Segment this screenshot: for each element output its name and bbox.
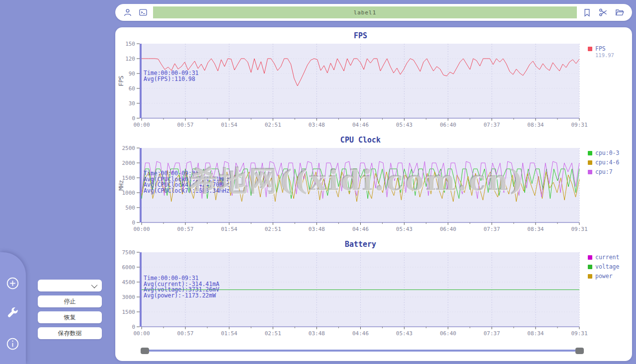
svg-text:00:00: 00:00 (133, 226, 150, 232)
wrench-icon[interactable] (5, 306, 19, 320)
svg-text:09:31: 09:31 (571, 226, 587, 232)
svg-text:07:37: 07:37 (483, 330, 500, 337)
slider-handle-left[interactable] (141, 348, 149, 354)
svg-text:05:43: 05:43 (396, 330, 412, 337)
svg-text:06:40: 06:40 (440, 122, 456, 128)
svg-text:08:34: 08:34 (527, 226, 544, 232)
svg-text:03:48: 03:48 (309, 122, 325, 128)
svg-text:02:51: 02:51 (265, 122, 281, 128)
cpu-clock-chart[interactable]: 0500100015002000250000:0000:5701:5402:51… (115, 134, 632, 238)
svg-text:2000: 2000 (122, 160, 136, 166)
info-circle-icon[interactable] (5, 337, 19, 351)
svg-text:05:43: 05:43 (396, 122, 412, 128)
svg-text:cpu:0-3: cpu:0-3 (595, 149, 620, 156)
svg-text:4500: 4500 (122, 279, 136, 286)
svg-text:7500: 7500 (122, 249, 136, 256)
save-data-button[interactable]: 保存数据 (38, 327, 102, 339)
svg-text:06:40: 06:40 (440, 330, 456, 337)
svg-text:MHz: MHz (118, 180, 125, 191)
charts-panel: 030609012015000:0000:5701:5402:5103:4804… (115, 27, 632, 361)
svg-text:0: 0 (132, 219, 135, 226)
svg-text:07:37: 07:37 (483, 226, 500, 232)
svg-text:voltage: voltage (595, 263, 620, 270)
svg-text:120: 120 (125, 56, 135, 62)
label-input[interactable]: label1 (153, 6, 577, 18)
svg-text:01:54: 01:54 (221, 226, 238, 232)
time-range-slider[interactable] (141, 347, 584, 355)
svg-text:00:57: 00:57 (177, 226, 194, 232)
svg-text:08:34: 08:34 (527, 330, 544, 337)
sidebar-rail (0, 252, 26, 364)
svg-text:FPS: FPS (595, 45, 606, 52)
svg-text:current: current (595, 254, 619, 261)
svg-text:09:31: 09:31 (571, 122, 587, 128)
svg-text:119.97: 119.97 (595, 52, 614, 58)
svg-text:04:46: 04:46 (352, 122, 369, 128)
svg-text:05:43: 05:43 (396, 226, 412, 232)
svg-text:04:46: 04:46 (352, 226, 369, 232)
svg-text:02:51: 02:51 (265, 330, 281, 337)
svg-text:01:54: 01:54 (221, 330, 238, 337)
svg-text:02:51: 02:51 (265, 226, 281, 232)
svg-text:00:00: 00:00 (133, 122, 150, 128)
svg-text:cpu:4-6: cpu:4-6 (595, 159, 620, 166)
svg-text:1500: 1500 (122, 309, 136, 315)
resume-button[interactable]: 恢复 (38, 311, 102, 323)
scissors-icon[interactable] (598, 7, 609, 18)
terminal-icon[interactable] (138, 7, 149, 18)
svg-text:0: 0 (132, 324, 135, 330)
svg-text:Battery: Battery (345, 240, 376, 249)
svg-text:01:54: 01:54 (221, 122, 238, 128)
svg-text:6000: 6000 (122, 264, 136, 271)
svg-text:00:00: 00:00 (133, 330, 150, 337)
top-toolbar: label1 (115, 4, 632, 21)
slider-track[interactable] (144, 350, 581, 352)
user-icon[interactable] (122, 7, 133, 18)
folder-icon[interactable] (614, 7, 625, 18)
battery-chart[interactable]: 01500300045006000750000:0000:5701:5402:5… (115, 238, 632, 342)
svg-text:03:48: 03:48 (309, 330, 325, 337)
add-circle-icon[interactable] (5, 276, 19, 290)
bookmark-icon[interactable] (581, 7, 592, 18)
svg-text:2500: 2500 (122, 145, 136, 151)
toolbar-right-icons (581, 7, 625, 18)
svg-text:04:46: 04:46 (352, 330, 369, 337)
svg-text:Avg(CPUClock7):1680.34MHz: Avg(CPUClock7):1680.34MHz (144, 187, 230, 194)
slider-handle-right[interactable] (575, 348, 584, 354)
svg-text:00:57: 00:57 (177, 122, 194, 128)
svg-text:cpu:7: cpu:7 (595, 168, 613, 175)
svg-text:500: 500 (125, 205, 135, 211)
svg-text:CPU Clock: CPU Clock (340, 136, 381, 145)
svg-text:FPS: FPS (118, 75, 125, 86)
fps-chart[interactable]: 030609012015000:0000:5701:5402:5103:4804… (115, 29, 632, 134)
svg-text:06:40: 06:40 (440, 226, 456, 232)
svg-text:30: 30 (129, 100, 135, 107)
app-root: { "topbar": { "label_value": "label1", "… (0, 0, 636, 364)
svg-text:Avg(FPS):110.98: Avg(FPS):110.98 (144, 75, 195, 82)
svg-text:FPS: FPS (354, 31, 367, 40)
svg-text:3000: 3000 (122, 294, 136, 300)
svg-text:09:31: 09:31 (571, 330, 587, 337)
svg-text:Avg(power):-1173.22mW: Avg(power):-1173.22mW (144, 292, 216, 299)
svg-text:00:57: 00:57 (177, 330, 194, 337)
svg-text:03:48: 03:48 (309, 226, 325, 232)
svg-text:150: 150 (125, 41, 135, 47)
svg-text:08:34: 08:34 (527, 122, 544, 128)
stop-button[interactable]: 停止 (38, 295, 102, 307)
svg-text:90: 90 (129, 71, 135, 77)
svg-text:60: 60 (129, 85, 135, 92)
profile-select[interactable] (38, 280, 102, 291)
svg-text:07:37: 07:37 (483, 122, 500, 128)
chevron-down-icon (91, 282, 98, 288)
svg-text:power: power (595, 273, 613, 280)
svg-text:0: 0 (132, 115, 135, 122)
